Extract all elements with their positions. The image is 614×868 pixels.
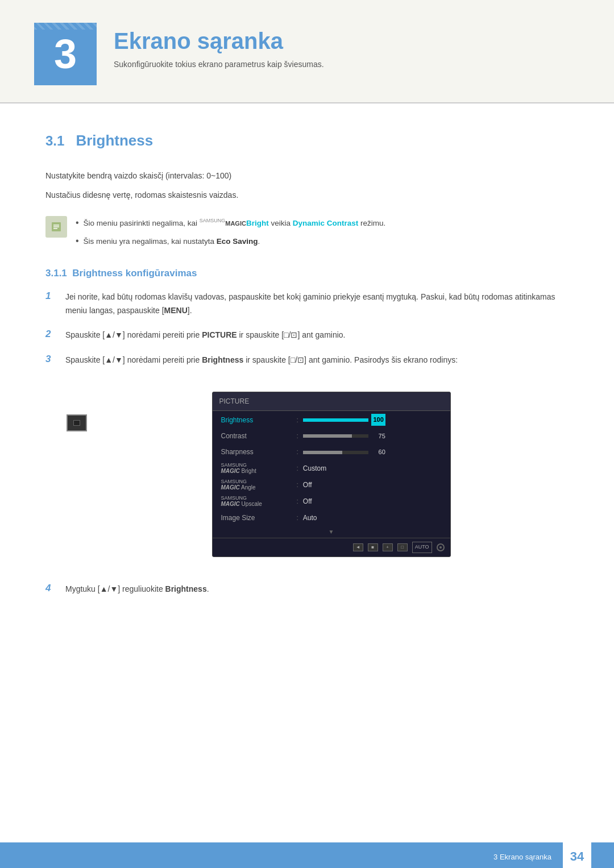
osd-val-magic-angle: Off: [303, 479, 312, 491]
osd-val-magic-bright: Custom: [303, 463, 326, 474]
osd-label-image-size: Image Size: [221, 512, 292, 524]
section-number: 3.1: [45, 133, 64, 149]
osd-label-sharpness: Sharpness: [221, 446, 292, 458]
footer-chapter-label: 3 Ekrano sąranka: [493, 853, 551, 861]
subsection-header: 3.1.1 Brightness konfigūravimas: [45, 268, 569, 279]
osd-item-image-size: Image Size : Auto: [213, 510, 450, 526]
step-number-3: 3: [45, 354, 57, 365]
osd-label-brightness: Brightness: [221, 414, 292, 426]
step-text-1: Jei norite, kad būtų rodomas klavišų vad…: [65, 290, 569, 318]
note-box: Šio meniu pasirinkti negalima, kai SAMSU…: [45, 216, 569, 248]
step-text-4: Mygtuku [▲/▼] reguliuokite Brightness.: [65, 583, 569, 596]
description1: Nustatykite bendrą vaizdo skaisčį (inter…: [45, 169, 569, 182]
chapter-subtitle: Sukonfigūruokite tokius ekrano parametru…: [114, 60, 324, 69]
footer-page-number: 34: [563, 842, 591, 868]
osd-menu: PICTURE Brightness : 100: [212, 392, 451, 557]
step-number-1: 1: [45, 290, 57, 302]
osd-label-magic-bright: SAMSUNG MAGIC Bright: [221, 463, 292, 475]
osd-bar-contrast: 75: [303, 431, 385, 442]
osd-val-magic-upscale: Off: [303, 496, 312, 507]
step-number-2: 2: [45, 329, 57, 340]
osd-label-magic-upscale: SAMSUNG MAGIC Upscale: [221, 496, 292, 508]
osd-title: PICTURE: [213, 392, 450, 411]
osd-val-sharpness: 60: [371, 447, 385, 458]
section-3-1-header: 3.1 Brightness: [45, 132, 569, 149]
osd-item-magic-bright: SAMSUNG MAGIC Bright : Custom: [213, 460, 450, 477]
step-1: 1 Jei norite, kad būtų rodomas klavišų v…: [45, 290, 569, 318]
osd-bar-brightness: 100: [303, 414, 385, 426]
osd-scroll-indicator: ▼: [213, 526, 450, 538]
step-3: 3 Spauskite [▲/▼] norėdami pereiti prie …: [45, 354, 569, 571]
monitor-icon: [67, 414, 87, 431]
note-lines: Šio meniu pasirinkti negalima, kai SAMSU…: [76, 216, 385, 248]
osd-item-magic-upscale: SAMSUNG MAGIC Upscale : Off: [213, 493, 450, 510]
description2: Nustačius didesnę vertę, rodomas skaiste…: [45, 189, 569, 201]
osd-item-sharpness: Sharpness : 60: [213, 444, 450, 460]
step-number-4: 4: [45, 583, 57, 594]
osd-label-magic-angle: SAMSUNG MAGIC Angle: [221, 479, 292, 491]
chapter-number: 3: [34, 23, 97, 85]
osd-label-contrast: Contrast: [221, 430, 292, 442]
monitor-icon-col: [65, 377, 88, 571]
step-4: 4 Mygtuku [▲/▼] reguliuokite Brightness.: [45, 583, 569, 596]
note-icon: [45, 216, 67, 238]
subsection-title: 3.1.1 Brightness konfigūravimas: [45, 268, 197, 279]
page-footer: 3 Ekrano sąranka 34: [0, 842, 614, 868]
osd-bottom-bar: ◄ ■ + □ AUTO: [213, 538, 450, 556]
chapter-title-area: Ekrano sąranka Sukonfigūruokite tokius e…: [114, 23, 324, 69]
osd-val-contrast: 75: [371, 431, 385, 442]
osd-item-contrast: Contrast : 75: [213, 428, 450, 444]
section-title: Brightness: [76, 132, 153, 149]
osd-btn-3: +: [383, 543, 393, 551]
osd-screenshot-area: PICTURE Brightness : 100: [65, 377, 569, 571]
osd-btn-2: ■: [368, 543, 378, 551]
osd-btn-1: ◄: [353, 543, 363, 551]
osd-item-brightness: Brightness : 100: [213, 411, 450, 428]
osd-item-magic-angle: SAMSUNG MAGIC Angle : Off: [213, 477, 450, 493]
steps-list: 1 Jei norite, kad būtų rodomas klavišų v…: [45, 290, 569, 596]
step-text-2: Spauskite [▲/▼] norėdami pereiti prie PI…: [65, 329, 569, 342]
osd-val-brightness: 100: [371, 414, 385, 426]
chapter-header: 3 Ekrano sąranka Sukonfigūruokite tokius…: [0, 0, 614, 103]
osd-btn-4: □: [397, 543, 408, 551]
chapter-title: Ekrano sąranka: [114, 28, 324, 54]
step-text-3: Spauskite [▲/▼] norėdami pereiti prie Br…: [65, 354, 569, 571]
step-2: 2 Spauskite [▲/▼] norėdami pereiti prie …: [45, 329, 569, 342]
osd-val-image-size: Auto: [303, 512, 317, 524]
main-content: 3.1 Brightness Nustatykite bendrą vaizdo…: [0, 103, 614, 868]
note-line-2: Šis meniu yra negalimas, kai nustatyta E…: [76, 234, 385, 248]
osd-bar-sharpness: 60: [303, 447, 385, 458]
note-line-1: Šio meniu pasirinkti negalima, kai SAMSU…: [76, 216, 385, 230]
osd-auto-btn: AUTO: [412, 542, 432, 553]
osd-power-btn: [437, 543, 445, 551]
